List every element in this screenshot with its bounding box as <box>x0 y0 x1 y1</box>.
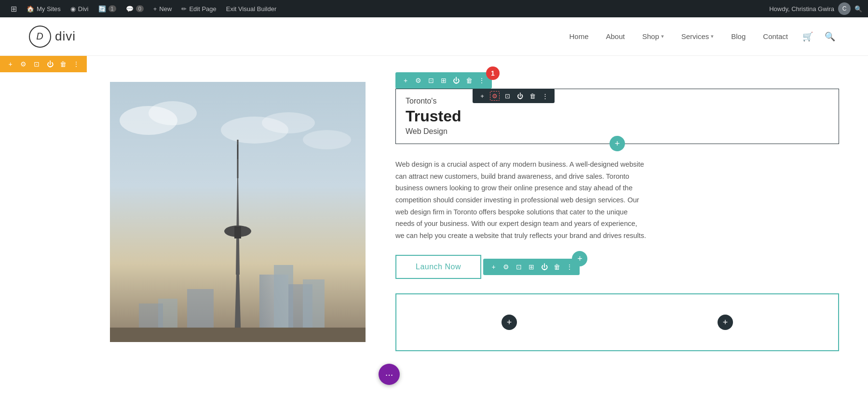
section-toolbar: + ⚙ ⊡ ⏻ 🗑 ⋮ <box>0 56 87 72</box>
module-settings-btn[interactable]: ⚙ <box>490 91 500 101</box>
svg-point-2 <box>149 101 197 125</box>
bottom-section: + + <box>395 293 839 351</box>
row2-settings-btn[interactable]: ⚙ <box>502 262 511 272</box>
cart-icon[interactable]: 🛒 <box>799 27 817 46</box>
row-grid-btn[interactable]: ⊞ <box>439 75 448 86</box>
module-heading: Trusted <box>406 107 829 125</box>
row2-add-btn[interactable]: + <box>489 262 498 272</box>
admin-bar: ⊞ 🏠 My Sites ◉ Divi 🔄 1 💬 0 + New ✏ Edit… <box>0 0 868 17</box>
row-toolbar-2: + ⚙ ⊡ ⊞ ⏻ 🗑 ⋮ <box>483 259 580 275</box>
module-add-btn[interactable]: + <box>477 91 487 101</box>
row-toggle-btn[interactable]: ⏻ <box>452 75 461 86</box>
row-delete-btn[interactable]: 🗑 <box>464 75 473 86</box>
text-module: Toronto's Trusted Web Design + <box>395 89 839 144</box>
services-chevron-icon: ▾ <box>711 33 714 40</box>
my-sites-label: My Sites <box>37 5 61 13</box>
updates-badge: 1 <box>108 5 116 12</box>
right-column: + ⚙ ⊡ ⊞ ⏻ 🗑 ⋮ 1 + ⚙ ⊡ ⏻ 🗑 <box>366 72 868 409</box>
section-settings-btn[interactable]: ⚙ <box>19 59 28 69</box>
nav-contact[interactable]: Contact <box>756 28 795 44</box>
row2-delete-btn[interactable]: 🗑 <box>553 262 561 272</box>
edit-icon: ✏ <box>181 5 187 13</box>
svg-point-4 <box>262 112 315 133</box>
logo-wordmark: divi <box>55 29 76 44</box>
left-column <box>0 72 366 409</box>
cn-tower-illustration <box>110 82 366 342</box>
edit-page-label: Edit Page <box>189 5 216 13</box>
site-nav: Home About Shop ▾ Services ▾ Blog Contac… <box>562 27 839 46</box>
body-text: Web design is a crucial aspect of any mo… <box>395 158 646 241</box>
exit-vb-label: Exit Visual Builder <box>226 5 277 13</box>
edit-page-item[interactable]: ✏ Edit Page <box>176 0 221 17</box>
home-icon: 🏠 <box>27 5 34 13</box>
plus-icon: + <box>153 5 157 13</box>
wp-logo-item[interactable]: ⊞ <box>6 0 22 17</box>
updates-item[interactable]: 🔄 1 <box>94 0 121 17</box>
nav-services[interactable]: Services ▾ <box>675 28 721 44</box>
row2-more-btn[interactable]: ⋮ <box>565 262 574 272</box>
admin-bar-right: Howdy, Christina Gwira C 🔍 <box>769 2 862 15</box>
module-toolbar: + ⚙ ⊡ ⏻ 🗑 ⋮ <box>473 89 555 103</box>
section-duplicate-btn[interactable]: ⊡ <box>32 59 41 69</box>
row2-grid-btn[interactable]: ⊞ <box>527 262 536 272</box>
row2-duplicate-btn[interactable]: ⊡ <box>515 262 523 272</box>
nav-shop-label: Shop <box>642 32 659 40</box>
site-header: D divi Home About Shop ▾ Services ▾ Blog… <box>0 17 868 56</box>
row-add-btn[interactable]: + <box>401 75 410 86</box>
svg-point-5 <box>303 130 351 149</box>
section-toggle-btn[interactable]: ⏻ <box>45 59 54 69</box>
section-delete-btn[interactable]: 🗑 <box>58 59 68 69</box>
nav-about-label: About <box>606 32 624 40</box>
divi-icon: ◉ <box>70 5 76 13</box>
row-settings-btn[interactable]: ⚙ <box>414 75 422 86</box>
header-search-icon[interactable]: 🔍 <box>821 27 839 46</box>
page-content: + ⚙ ⊡ ⏻ 🗑 ⋮ <box>0 56 868 409</box>
svg-rect-9 <box>234 226 241 238</box>
comments-item[interactable]: 💬 0 <box>121 0 149 17</box>
site-logo[interactable]: D divi <box>29 26 76 48</box>
row-badge: 1 <box>486 66 500 80</box>
exit-vb-item[interactable]: Exit Visual Builder <box>221 0 282 17</box>
divi-item[interactable]: ◉ Divi <box>66 0 94 17</box>
module-more-btn[interactable]: ⋮ <box>540 91 550 101</box>
purple-menu-btn[interactable]: ··· <box>379 364 400 385</box>
launch-button[interactable]: Launch Now <box>395 255 481 279</box>
howdy-text: Howdy, Christina Gwira <box>769 5 834 13</box>
module-delete-btn[interactable]: 🗑 <box>528 91 537 101</box>
nav-about[interactable]: About <box>599 28 631 44</box>
avatar[interactable]: C <box>838 2 851 15</box>
row-more-btn[interactable]: ⋮ <box>477 75 486 86</box>
search-icon[interactable]: 🔍 <box>854 5 862 13</box>
module-subtitle: Toronto's <box>406 97 829 106</box>
nav-services-label: Services <box>681 32 709 40</box>
row2-toggle-btn[interactable]: ⏻ <box>540 262 549 272</box>
section-more-btn[interactable]: ⋮ <box>72 59 81 69</box>
module-duplicate-btn[interactable]: ⊡ <box>502 91 512 101</box>
add-module-btn[interactable]: + <box>610 136 625 151</box>
row-duplicate-btn[interactable]: ⊡ <box>427 75 435 86</box>
col1-add-btn[interactable]: + <box>502 315 517 330</box>
col2-add-btn[interactable]: + <box>718 315 733 330</box>
nav-blog-label: Blog <box>731 32 746 40</box>
module-toggle-btn[interactable]: ⏻ <box>515 91 525 101</box>
nav-shop[interactable]: Shop ▾ <box>636 28 671 44</box>
comments-icon: 💬 <box>126 5 134 13</box>
nav-home-label: Home <box>569 32 588 40</box>
logo-letter: D <box>36 31 43 42</box>
shop-chevron-icon: ▾ <box>661 33 664 40</box>
new-item[interactable]: + New <box>149 0 177 17</box>
section-add-btn[interactable]: + <box>6 59 15 69</box>
updates-icon: 🔄 <box>98 5 106 13</box>
city-image <box>110 82 366 342</box>
logo-circle: D <box>29 26 51 48</box>
nav-home[interactable]: Home <box>562 28 595 44</box>
nav-contact-label: Contact <box>763 32 788 40</box>
section-top-add-btn[interactable]: + <box>572 251 587 266</box>
new-label: New <box>159 5 172 13</box>
comments-badge: 0 <box>136 5 144 12</box>
wordpress-icon: ⊞ <box>11 4 17 13</box>
nav-blog[interactable]: Blog <box>724 28 752 44</box>
my-sites-item[interactable]: 🏠 My Sites <box>22 0 66 17</box>
row-toolbar: + ⚙ ⊡ ⊞ ⏻ 🗑 ⋮ 1 <box>395 72 492 89</box>
divi-label: Divi <box>78 5 89 13</box>
